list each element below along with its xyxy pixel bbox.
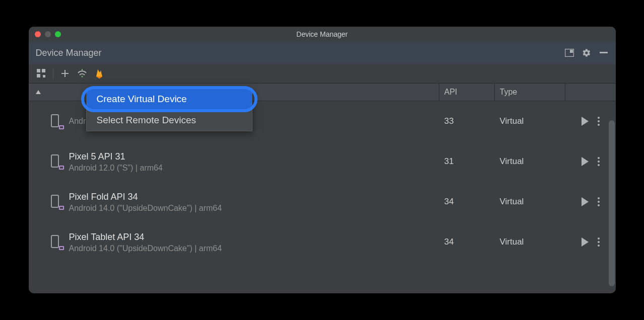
zoom-window-button[interactable]: [55, 31, 61, 37]
svg-rect-5: [37, 74, 40, 77]
window-presentation-button[interactable]: [562, 46, 576, 60]
run-device-button[interactable]: [582, 237, 589, 247]
table-row[interactable]: Pixel Tablet API 34 Android 14.0 ("Upsid…: [29, 222, 616, 262]
phone-icon: [51, 195, 62, 209]
phone-icon: [51, 235, 62, 249]
device-manager-window: Device Manager Device Manager: [29, 27, 616, 293]
table-row[interactable]: Pixel Fold API 34 Android 14.0 ("UpsideD…: [29, 182, 616, 222]
device-api: 31: [439, 141, 495, 182]
close-window-button[interactable]: [35, 31, 41, 37]
device-more-button[interactable]: [598, 157, 600, 166]
device-api: 33: [439, 101, 495, 141]
sort-ascending-icon: [36, 90, 41, 94]
device-more-button[interactable]: [598, 197, 600, 206]
device-type: Virtual: [495, 101, 565, 141]
panel-header: Device Manager: [29, 42, 616, 64]
device-name: Pixel Fold API 34: [69, 191, 222, 203]
run-device-button[interactable]: [582, 157, 589, 166]
svg-point-9: [81, 76, 83, 77]
device-detail: Android 12.0 ("S") | arm64: [69, 164, 163, 173]
settings-button[interactable]: [579, 46, 594, 60]
titlebar: Device Manager: [29, 27, 616, 42]
device-more-button[interactable]: [598, 237, 600, 247]
toolbar: [29, 64, 616, 83]
device-type: Virtual: [495, 222, 565, 262]
phone-icon: [51, 154, 62, 169]
grid-view-button[interactable]: [34, 66, 49, 81]
minimize-window-button[interactable]: [45, 31, 51, 37]
device-type: Virtual: [495, 182, 565, 222]
svg-rect-4: [42, 69, 45, 72]
add-device-dropdown: Create Virtual Device Select Remote Devi…: [86, 88, 252, 131]
device-api: 34: [439, 182, 495, 222]
window-title: Device Manager: [29, 30, 616, 38]
firebase-button[interactable]: [92, 66, 107, 81]
device-name: Pixel 5 API 31: [69, 150, 163, 163]
svg-rect-6: [43, 75, 45, 77]
svg-rect-1: [570, 50, 573, 53]
phone-icon: [51, 114, 62, 128]
pair-wifi-button[interactable]: [75, 66, 90, 81]
device-api: 34: [439, 222, 495, 262]
device-name: Pixel Tablet API 34: [69, 231, 222, 244]
run-device-button[interactable]: [582, 197, 589, 206]
svg-rect-2: [600, 52, 608, 53]
panel-title: Device Manager: [36, 48, 102, 58]
menu-item-create-virtual-device[interactable]: Create Virtual Device: [87, 89, 252, 110]
device-detail: Android 14.0 ("UpsideDownCake") | arm64: [69, 204, 222, 213]
window-controls: [35, 31, 61, 37]
add-device-button[interactable]: [57, 66, 73, 81]
column-header-type[interactable]: Type: [495, 84, 565, 101]
toolbar-separator: [53, 68, 53, 79]
table-row[interactable]: Pixel 5 API 31 Android 12.0 ("S") | arm6…: [29, 141, 616, 182]
column-header-api[interactable]: API: [439, 84, 495, 101]
device-type: Virtual: [495, 141, 565, 182]
device-detail: Android 14.0 ("UpsideDownCake") | arm64: [69, 244, 222, 253]
hide-panel-button[interactable]: [597, 46, 611, 60]
device-more-button[interactable]: [598, 117, 600, 126]
run-device-button[interactable]: [582, 117, 589, 126]
svg-rect-3: [37, 69, 40, 72]
menu-item-select-remote-devices[interactable]: Select Remote Devices: [87, 110, 252, 131]
column-header-actions: [565, 84, 616, 101]
scrollbar-thumb[interactable]: [609, 120, 615, 286]
